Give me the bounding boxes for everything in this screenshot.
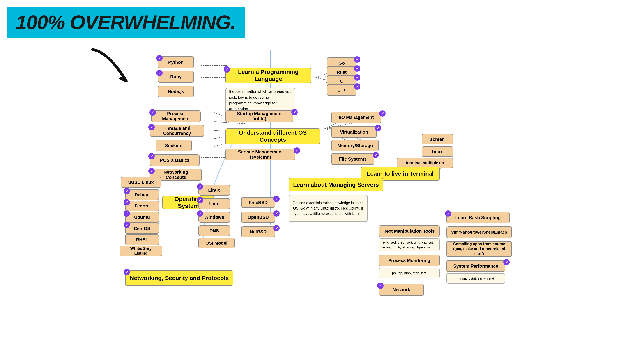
file-systems-check: ✓ bbox=[372, 152, 379, 158]
arrow-graphic bbox=[86, 45, 149, 95]
learn-prog-check: ✓ bbox=[224, 66, 230, 72]
sys-perf-node: System Performance bbox=[446, 260, 505, 272]
debian-node: Debian bbox=[125, 189, 159, 200]
rust-check: ✓ bbox=[354, 65, 360, 72]
unix-check: ✓ bbox=[197, 197, 203, 203]
debian-check: ✓ bbox=[124, 188, 130, 194]
nodejs-node: Node.js bbox=[158, 86, 194, 97]
screen-node: screen bbox=[422, 134, 453, 144]
networking-security-node: Networking, Security and Protocols bbox=[125, 270, 234, 286]
understand-os-node: Understand different OS Concepts bbox=[226, 128, 320, 144]
process-monitoring-desc-node: ps, top, htop, atop, lsof bbox=[379, 268, 440, 279]
threads-check: ✓ bbox=[148, 124, 155, 130]
io-mgmt-node: I/O Management bbox=[332, 111, 381, 123]
sys-perf-check: ✓ bbox=[503, 259, 510, 265]
managing-servers-desc-node: Get some administration knowledge in som… bbox=[289, 195, 368, 222]
threads-node: Threads and Concurrency bbox=[150, 125, 204, 137]
freebsd-check: ✓ bbox=[273, 196, 280, 202]
linux-node: Linux bbox=[198, 185, 230, 196]
compiling-node: Compiling apps from source (gcc, make an… bbox=[446, 241, 512, 257]
fedora-check: ✓ bbox=[124, 199, 130, 205]
openbsd-node: OpenBSD bbox=[241, 212, 275, 223]
ubuntu-check: ✓ bbox=[124, 210, 130, 217]
netbsd-check: ✓ bbox=[273, 225, 280, 231]
file-systems-node: File Systems bbox=[332, 153, 374, 165]
ubuntu-node: Ubuntu bbox=[125, 212, 159, 223]
virtualization-check: ✓ bbox=[375, 125, 381, 131]
windows-node: Windows bbox=[198, 212, 230, 223]
rhel-node: RHEL bbox=[125, 234, 159, 245]
text-tools-node: Text Manipulation Tools bbox=[379, 225, 440, 237]
unix-node: Unix bbox=[198, 198, 230, 209]
fedora-node: Fedora bbox=[125, 201, 159, 211]
managing-servers-node: Learn about Managing Servers bbox=[289, 178, 383, 191]
ruby-check: ✓ bbox=[156, 70, 162, 76]
linux-check: ✓ bbox=[197, 183, 203, 190]
white-grey-node: White/Grey Listing bbox=[120, 246, 162, 256]
centos-node: CentOS bbox=[125, 223, 159, 234]
c-check: ✓ bbox=[354, 74, 360, 81]
virtualization-node: Virtualization bbox=[332, 126, 376, 138]
freebsd-node: FreeBSD bbox=[241, 197, 275, 208]
cpp-node: C++ bbox=[327, 84, 356, 96]
ruby-node: Ruby bbox=[158, 71, 194, 83]
sockets-node: Sockets bbox=[156, 140, 192, 151]
learn-prog-lang-node: Learn a Programming Language bbox=[226, 68, 311, 83]
osi-node: OSI Model bbox=[198, 238, 234, 249]
sys-perf-desc-node: nmon, iostat, sar, vmstat bbox=[446, 273, 505, 284]
python-node: Python bbox=[158, 56, 194, 68]
service-mgmt-check: ✓ bbox=[294, 147, 300, 154]
netbsd-node: NetBSD bbox=[241, 226, 275, 237]
tmux-node: tmux bbox=[422, 146, 453, 157]
learn-bash-check: ✓ bbox=[445, 210, 451, 217]
process-mgmt-node: Process Management bbox=[151, 110, 201, 122]
networking-concepts-check: ✓ bbox=[148, 168, 155, 174]
python-check: ✓ bbox=[156, 55, 162, 61]
startup-mgmt-check: ✓ bbox=[291, 109, 298, 115]
go-check: ✓ bbox=[354, 56, 360, 63]
process-mgmt-check: ✓ bbox=[150, 109, 156, 116]
network-check: ✓ bbox=[377, 283, 384, 289]
learn-bash-node: Learn Bash Scripting bbox=[446, 212, 510, 224]
suse-node: SUSE Linux bbox=[121, 177, 161, 188]
openbsd-check: ✓ bbox=[273, 210, 280, 217]
header-banner: 100% OVERWHELMING. bbox=[7, 7, 245, 38]
startup-mgmt-node: Startup Management (intitd) bbox=[226, 110, 293, 122]
network-node: Network bbox=[379, 284, 424, 296]
header-title: 100% OVERWHELMING. bbox=[16, 11, 236, 34]
posix-check: ✓ bbox=[148, 153, 155, 159]
io-mgmt-check: ✓ bbox=[379, 110, 386, 117]
networking-security-check: ✓ bbox=[124, 269, 130, 275]
service-mgmt-node: Service Management (systemd) bbox=[226, 149, 296, 160]
process-monitoring-node: Process Monitoring bbox=[379, 255, 440, 266]
memory-storage-node: Memory/Storage bbox=[332, 140, 379, 151]
dns-node: DNS bbox=[198, 225, 230, 236]
cpp-check: ✓ bbox=[354, 83, 360, 90]
windows-check: ✓ bbox=[197, 210, 203, 217]
posix-node: POSIX Basics bbox=[150, 154, 200, 166]
vim-nano-node: Vim/Nano/PowerShell/Emacs bbox=[446, 226, 512, 238]
text-tools-desc-node: awk, sed, grep, sort, uniq, cat, cut ech… bbox=[379, 238, 440, 251]
centos-check: ✓ bbox=[124, 222, 130, 228]
learn-prog-desc-node: It doesn't matter which language you pic… bbox=[226, 88, 296, 113]
